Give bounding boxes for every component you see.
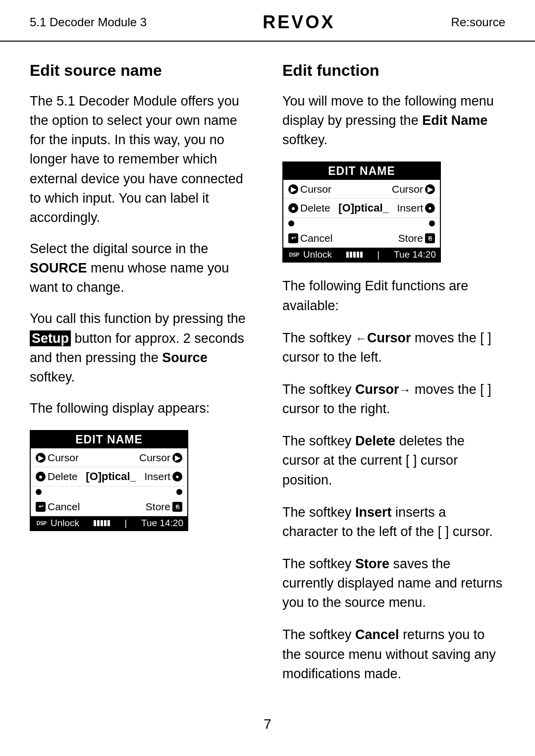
left-row1-left-label: Cursor [48, 452, 79, 464]
left-status-time: Tue 14:20 [141, 518, 183, 529]
func3: The softkey Delete deletes the cursor at… [282, 432, 505, 489]
func4: The softkey Insert inserts a character t… [282, 503, 505, 541]
left-para2-prefix: Select the digital source in the [30, 241, 208, 256]
cancel-icon: ↩ [36, 502, 46, 512]
right-seg3 [353, 252, 356, 258]
right-status-left: DSP Unlock [287, 249, 332, 260]
page-number: 7 [0, 716, 535, 747]
left-row1-right: Cursor ▶ [139, 452, 182, 464]
right-para1: You will move to the following menu disp… [282, 92, 505, 150]
left-status-segments [94, 520, 110, 526]
right-insert-icon: ● [425, 203, 435, 213]
func6: The softkey Cancel returns you to the so… [282, 625, 505, 683]
left-para2: Select the digital source in the SOURCE … [30, 239, 253, 297]
left-display-row1: ▶ Cursor Cursor ▶ [31, 448, 187, 467]
delete-icon: ● [36, 472, 46, 482]
right-display-box: EDIT NAME ▶ Cursor Cursor ▶ ● Delete [O]… [282, 162, 441, 263]
right-cursor-left-icon: ▶ [288, 184, 298, 194]
right-display-row3 [283, 218, 440, 229]
right-status-segments [346, 252, 363, 258]
right-status-bar: DSP Unlock | Tue 14:20 [283, 248, 440, 262]
seg3 [101, 520, 103, 526]
func2-prefix: The softkey [282, 382, 355, 397]
func1-bold: Cursor [367, 330, 411, 345]
right-row4-right: Store ⎘ [398, 232, 435, 244]
left-row4-right-label: Store [146, 501, 170, 513]
functions-intro: The following Edit functions are availab… [282, 276, 505, 315]
right-display-row4: ↩ Cancel Store ⎘ [283, 229, 440, 248]
right-row2-left: ● Delete [288, 202, 330, 214]
right-row1-right: Cursor ▶ [392, 183, 435, 195]
func4-prefix: The softkey [282, 505, 355, 520]
left-column: Edit source name The 5.1 Decoder Module … [30, 61, 253, 697]
func2-arrow: → [399, 381, 411, 399]
left-dot-right [176, 489, 182, 495]
right-row2-center: [O]ptical_ [338, 202, 388, 215]
seg5 [107, 520, 110, 526]
page-header: 5.1 Decoder Module 3 REVOX Re:source [0, 0, 535, 42]
left-row1-left: ▶ Cursor [36, 452, 79, 464]
right-row2-left-label: Delete [300, 202, 330, 214]
right-cancel-icon: ↩ [288, 233, 298, 243]
left-row2-left-label: Delete [48, 471, 78, 483]
right-dsp-icon: DSP [287, 251, 301, 259]
right-dot-right [429, 220, 435, 226]
right-row1-left-label: Cursor [300, 183, 331, 195]
right-seg1 [346, 252, 349, 258]
seg1 [94, 520, 96, 526]
left-row1-right-label: Cursor [139, 452, 170, 464]
left-row2-right: Insert ● [144, 471, 182, 483]
func4-bold: Insert [355, 505, 392, 520]
right-para1-suffix: softkey. [282, 132, 327, 147]
left-para3: You call this function by pressing the S… [30, 309, 253, 387]
left-display-row2: ● Delete [O]ptical_ Insert ● [31, 467, 187, 486]
left-status-unlock: Unlock [51, 518, 79, 529]
left-row2-right-label: Insert [144, 471, 170, 483]
right-status-divider: | [377, 249, 379, 260]
left-display-label: The following display appears: [30, 399, 253, 418]
left-para3-end: softkey. [30, 370, 75, 384]
left-para3-setup: Setup [30, 330, 71, 346]
seg4 [104, 520, 107, 526]
right-cursor-right-icon: ▶ [425, 184, 435, 194]
right-status-time: Tue 14:20 [394, 249, 436, 260]
right-dot-left [288, 220, 294, 226]
left-row4-left-label: Cancel [48, 501, 80, 513]
func1-prefix: The softkey [282, 330, 355, 345]
left-status-left: DSP Unlock [35, 518, 79, 529]
func1: The softkey ← Cursor moves the [ ] curso… [282, 328, 505, 367]
header-left: 5.1 Decoder Module 3 [30, 15, 147, 29]
right-status-unlock: Unlock [303, 249, 332, 260]
left-status-divider: | [124, 518, 127, 529]
func1-arrow: ← [355, 330, 367, 347]
header-logo: REVOX [263, 12, 335, 33]
right-row4-right-label: Store [398, 232, 423, 244]
func5-bold: Store [355, 556, 389, 571]
right-para1-bold: Edit Name [422, 113, 487, 128]
right-row4-left-label: Cancel [300, 232, 332, 244]
left-row2-center: [O]ptical_ [86, 470, 136, 483]
header-right: Re:source [451, 15, 505, 29]
left-display-title: EDIT NAME [31, 431, 187, 448]
store-icon: ⎘ [172, 502, 182, 512]
right-seg5 [360, 252, 363, 258]
func5-prefix: The softkey [282, 556, 355, 571]
dsp-icon: DSP [35, 519, 49, 527]
cursor-right-icon: ▶ [172, 453, 182, 463]
right-row2-right-label: Insert [397, 202, 423, 214]
func2: The softkey Cursor→ moves the [ ] cursor… [282, 380, 505, 419]
left-section-title: Edit source name [30, 61, 253, 80]
right-section-title: Edit function [282, 61, 505, 80]
right-row4-left: ↩ Cancel [288, 232, 332, 244]
left-display-row4: ↩ Cancel Store ⎘ [31, 497, 187, 516]
left-para3-source: Source [162, 350, 208, 365]
insert-icon: ● [172, 472, 182, 482]
left-para3-prefix: You call this function by pressing the [30, 311, 246, 326]
left-row4-left: ↩ Cancel [36, 501, 80, 513]
left-display-box: EDIT NAME ▶ Cursor Cursor ▶ ● Delete [O]… [30, 430, 188, 531]
right-seg2 [350, 252, 352, 258]
func3-prefix: The softkey [282, 433, 355, 448]
func2-bold: Cursor [355, 382, 399, 397]
func6-bold: Cancel [355, 627, 399, 642]
right-column: Edit function You will move to the follo… [282, 61, 505, 697]
